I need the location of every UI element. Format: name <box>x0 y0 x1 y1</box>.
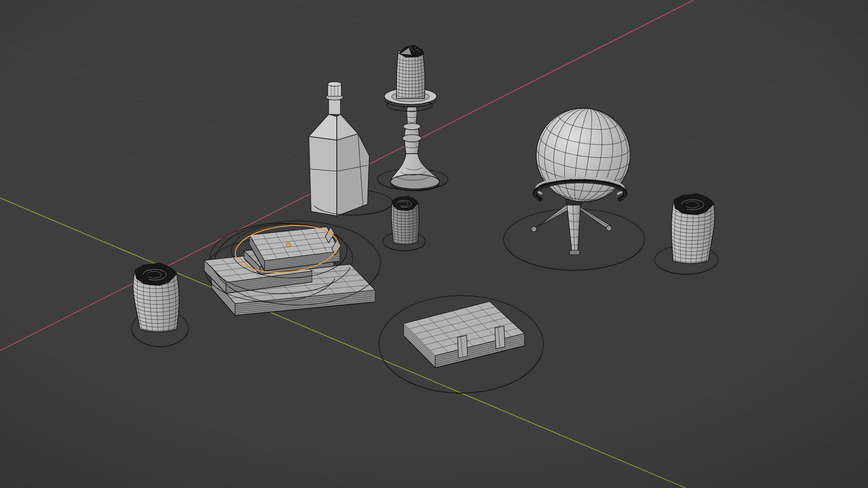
viewport-canvas[interactable] <box>0 0 868 488</box>
viewport-background <box>0 0 868 488</box>
book-clasp <box>495 326 505 349</box>
book-clasp <box>458 335 467 358</box>
blender-3d-viewport[interactable] <box>0 0 868 488</box>
object-origin-dot <box>287 243 291 247</box>
